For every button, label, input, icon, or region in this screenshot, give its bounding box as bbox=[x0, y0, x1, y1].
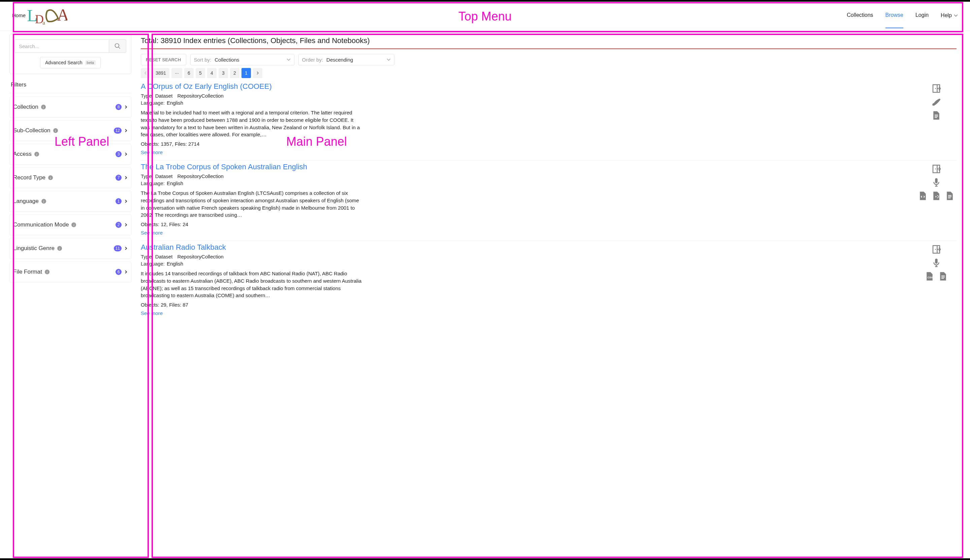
result-icons bbox=[916, 243, 957, 316]
see-more-link[interactable]: See more bbox=[141, 310, 163, 316]
order-label: Order by: bbox=[302, 57, 323, 63]
type-value: Dataset bbox=[155, 173, 173, 179]
svg-text:a: a bbox=[42, 19, 45, 25]
order-select[interactable]: Order by: Descending bbox=[298, 54, 395, 65]
reset-search-button[interactable]: RESET SEARCH bbox=[141, 54, 186, 65]
search-card: Advanced Search beta bbox=[9, 34, 131, 74]
type-label: Type: bbox=[141, 173, 153, 179]
type-label: Type: bbox=[141, 93, 153, 98]
page-3891[interactable]: 3891 bbox=[152, 68, 169, 78]
facet-label: Sub-Collection bbox=[13, 127, 50, 134]
chevron-right-icon bbox=[124, 152, 128, 156]
nav-home[interactable]: Home bbox=[12, 12, 25, 18]
info-icon[interactable]: i bbox=[34, 152, 39, 157]
left-panel: Advanced Search beta Filters Collection … bbox=[3, 31, 135, 321]
order-value: Descending bbox=[326, 57, 353, 63]
main-panel: Total: 38910 Index entries (Collections,… bbox=[139, 31, 967, 321]
page-4[interactable]: 4 bbox=[207, 68, 217, 78]
chevron-down-icon bbox=[954, 13, 958, 18]
nav-login[interactable]: Login bbox=[915, 3, 928, 28]
pagination: 3891···654321 bbox=[141, 68, 957, 78]
lang-value: English bbox=[167, 180, 183, 186]
facet-collection[interactable]: Collection i 8 bbox=[9, 97, 131, 117]
door-icon bbox=[931, 244, 942, 255]
page-ellipsis: ··· bbox=[171, 68, 182, 78]
result-title[interactable]: The La Trobe Corpus of Spoken Australian… bbox=[141, 163, 903, 171]
facet-language[interactable]: Language i 1 bbox=[9, 191, 131, 212]
svg-text:A: A bbox=[57, 5, 67, 24]
sort-label: Sort by: bbox=[194, 57, 212, 63]
mic-icon bbox=[931, 177, 942, 187]
info-icon[interactable]: i bbox=[42, 199, 46, 203]
info-icon[interactable]: i bbox=[45, 270, 50, 274]
result-description: The La Trobe Corpus of Spoken Australian… bbox=[141, 190, 363, 219]
page-next[interactable] bbox=[253, 68, 263, 78]
chevron-left-icon bbox=[144, 72, 147, 75]
facet-record-type[interactable]: Record Type i 7 bbox=[9, 167, 131, 188]
type-value: RepositoryCollection bbox=[177, 254, 224, 260]
page-prev[interactable] bbox=[141, 68, 150, 78]
chevron-right-icon bbox=[124, 200, 128, 203]
facet-linguistic-genre[interactable]: Linguistic Genre i 11 bbox=[9, 238, 131, 259]
facet-sub-collection[interactable]: Sub-Collection i 12 bbox=[9, 120, 131, 141]
facet-label: Linguistic Genre bbox=[13, 245, 55, 252]
advanced-search-button[interactable]: Advanced Search beta bbox=[40, 57, 101, 68]
lang-value: English bbox=[167, 100, 183, 106]
beta-badge: beta bbox=[85, 60, 95, 65]
door-icon bbox=[931, 83, 942, 93]
see-more-link[interactable]: See more bbox=[141, 230, 163, 235]
facet-communication-mode[interactable]: Communication Mode i 2 bbox=[9, 214, 131, 235]
facet-label: Collection bbox=[13, 104, 38, 110]
page-2[interactable]: 2 bbox=[230, 68, 239, 78]
info-icon[interactable]: i bbox=[72, 222, 76, 227]
page-5[interactable]: 5 bbox=[196, 68, 205, 78]
facet-access[interactable]: Access i 3 bbox=[9, 144, 131, 165]
see-more-link[interactable]: See more bbox=[141, 149, 163, 155]
info-icon[interactable]: i bbox=[41, 105, 46, 109]
nav-help[interactable]: Help bbox=[941, 12, 958, 18]
page-6[interactable]: 6 bbox=[184, 68, 194, 78]
type-value: Dataset bbox=[155, 93, 173, 98]
nav-browse[interactable]: Browse bbox=[885, 3, 903, 28]
result-title[interactable]: A COrpus of Oz Early English (COOEE) bbox=[141, 82, 903, 91]
page-1[interactable]: 1 bbox=[241, 68, 251, 78]
nav-collections[interactable]: Collections bbox=[847, 3, 873, 28]
result-item: The La Trobe Corpus of Spoken Australian… bbox=[141, 160, 957, 241]
chevron-right-icon bbox=[256, 72, 259, 75]
result-stats: Objects: 29, Files: 87 bbox=[141, 302, 903, 308]
type-value: RepositoryCollection bbox=[177, 93, 224, 98]
file-audio-icon bbox=[931, 191, 942, 201]
sort-select[interactable]: Sort by: Collections bbox=[190, 54, 294, 65]
lang-label: Language: bbox=[141, 100, 165, 106]
search-button[interactable] bbox=[109, 39, 126, 53]
nav: Collections Browse Login Help bbox=[847, 3, 958, 28]
chevron-down-icon bbox=[386, 58, 391, 62]
result-item: A COrpus of Oz Early English (COOEE) Typ… bbox=[141, 80, 957, 160]
type-value: RepositoryCollection bbox=[177, 173, 224, 179]
chevron-down-icon bbox=[287, 58, 291, 62]
facet-label: Access bbox=[13, 151, 32, 158]
facet-file-format[interactable]: File Format i 6 bbox=[9, 262, 131, 282]
facet-count: 6 bbox=[115, 269, 122, 275]
result-description: Material to be included had to meet with… bbox=[141, 109, 363, 138]
lang-label: Language: bbox=[141, 261, 165, 267]
facet-count: 7 bbox=[115, 175, 122, 181]
sort-value: Collections bbox=[214, 57, 239, 63]
info-icon[interactable]: i bbox=[53, 128, 58, 133]
facet-label: Communication Mode bbox=[13, 222, 69, 228]
facet-count: 11 bbox=[114, 245, 122, 252]
file-csv-icon bbox=[925, 271, 935, 282]
logo[interactable]: L D a A bbox=[27, 4, 67, 27]
facet-label: Record Type bbox=[13, 174, 45, 181]
search-input[interactable] bbox=[15, 39, 109, 53]
info-icon[interactable]: i bbox=[57, 246, 62, 251]
result-description: It includes 14 transcribed recordings of… bbox=[141, 270, 363, 299]
chevron-right-icon bbox=[124, 270, 128, 273]
result-title[interactable]: Australian Radio Talkback bbox=[141, 243, 903, 252]
info-icon[interactable]: i bbox=[48, 175, 53, 180]
page-3[interactable]: 3 bbox=[219, 68, 228, 78]
top-menu: Home L D a A Collections Browse Login He… bbox=[0, 0, 970, 31]
result-stats: Objects: 12, Files: 24 bbox=[141, 222, 903, 227]
result-item: Australian Radio Talkback Type:DatasetRe… bbox=[141, 241, 957, 321]
nav-help-label: Help bbox=[941, 12, 952, 18]
